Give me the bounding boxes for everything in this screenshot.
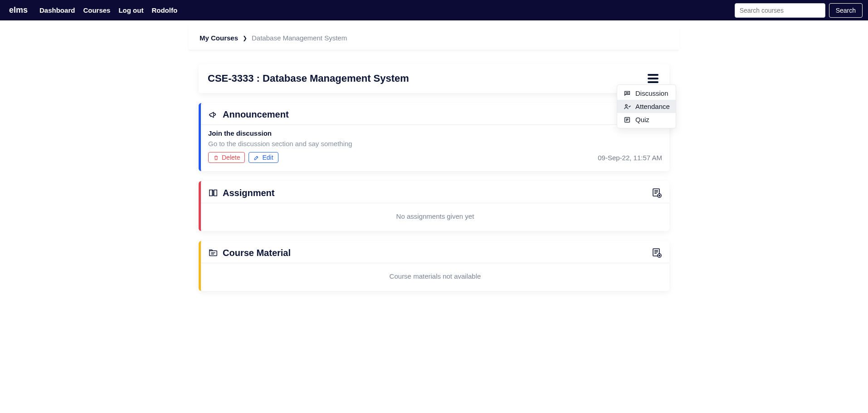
- chat-icon: [624, 90, 631, 97]
- material-card: Course Material Course materials not ava…: [199, 241, 669, 291]
- hamburger-icon: [648, 74, 658, 76]
- navbar: elms Dashboard Courses Log out Rodolfo S…: [0, 0, 868, 20]
- announcement-body: Join the discussion Go to the discussion…: [201, 129, 669, 163]
- nav-left: elms Dashboard Courses Log out Rodolfo: [9, 5, 177, 15]
- list-icon: [624, 116, 631, 123]
- svg-rect-15: [210, 251, 217, 256]
- announcement-card: Announcement Join the discussion Go to t…: [199, 103, 669, 171]
- content: CSE-3333 : Database Management System Di…: [199, 64, 669, 291]
- nav-logout[interactable]: Log out: [118, 6, 143, 14]
- menu-item-discussion[interactable]: Discussion: [617, 87, 676, 100]
- assignment-empty: No assignments given yet: [201, 208, 669, 223]
- search-button[interactable]: Search: [829, 3, 863, 18]
- menu-button[interactable]: [646, 72, 660, 85]
- add-document-icon[interactable]: [651, 247, 662, 258]
- assignment-head: Assignment: [201, 181, 669, 203]
- material-head: Course Material: [201, 241, 669, 263]
- breadcrumb-root[interactable]: My Courses: [200, 34, 238, 42]
- delete-button[interactable]: Delete: [208, 152, 245, 163]
- announcement-footer: Delete Edit 09-Sep-22, 11:57 AM: [208, 152, 662, 163]
- menu-item-attendance[interactable]: Attendance: [617, 100, 676, 113]
- edit-button[interactable]: Edit: [249, 152, 278, 163]
- svg-point-3: [625, 104, 627, 106]
- menu-item-label: Quiz: [635, 116, 649, 123]
- assignment-heading: Assignment: [223, 188, 274, 198]
- menu-item-quiz[interactable]: Quiz: [617, 113, 676, 126]
- nav-dashboard[interactable]: Dashboard: [39, 6, 75, 14]
- brand-logo[interactable]: elms: [9, 5, 28, 15]
- trash-icon: [213, 155, 219, 161]
- course-header: CSE-3333 : Database Management System Di…: [199, 64, 669, 93]
- announcement-heading: Announcement: [223, 109, 289, 120]
- breadcrumb: My Courses ❯ Database Management System: [189, 26, 679, 50]
- chevron-right-icon: ❯: [243, 35, 247, 41]
- search-input[interactable]: [735, 3, 825, 18]
- announcement-timestamp: 09-Sep-22, 11:57 AM: [598, 154, 662, 162]
- svg-point-2: [628, 93, 628, 93]
- folder-stack-icon: [208, 248, 218, 258]
- course-menu-dropdown: Discussion Attendance Quiz: [617, 84, 676, 128]
- svg-point-1: [627, 93, 627, 93]
- material-heading: Course Material: [223, 248, 291, 258]
- nav-courses[interactable]: Courses: [83, 6, 110, 14]
- menu-item-label: Attendance: [635, 103, 670, 110]
- edit-label: Edit: [262, 154, 273, 161]
- delete-label: Delete: [222, 154, 240, 161]
- course-title: CSE-3333 : Database Management System: [208, 73, 409, 84]
- announcement-actions: Delete Edit: [208, 152, 278, 163]
- nav-right: Search: [735, 3, 863, 18]
- nav-username[interactable]: Rodolfo: [151, 6, 177, 14]
- announcement-head: Announcement: [201, 103, 669, 125]
- breadcrumb-current: Database Management System: [252, 34, 347, 42]
- announcement-title: Join the discussion: [208, 129, 662, 137]
- edit-icon: [254, 155, 259, 161]
- svg-point-0: [626, 93, 626, 93]
- material-empty: Course materials not available: [201, 268, 669, 283]
- megaphone-icon: [208, 110, 218, 120]
- person-check-icon: [624, 103, 631, 110]
- assignment-card: Assignment No assignments given yet: [199, 181, 669, 231]
- breadcrumb-container: My Courses ❯ Database Management System: [189, 26, 679, 50]
- menu-item-label: Discussion: [635, 89, 668, 97]
- book-open-icon: [208, 188, 218, 198]
- announcement-description: Go to the discussion section and say som…: [208, 140, 662, 148]
- add-document-icon[interactable]: [651, 187, 662, 198]
